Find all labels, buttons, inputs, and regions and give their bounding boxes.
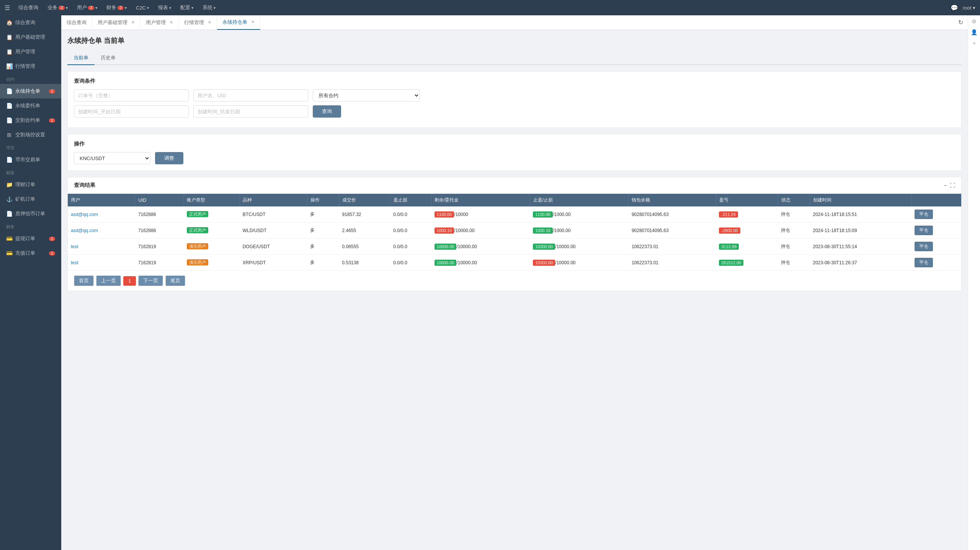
menu-icon[interactable]: ☰ [5, 4, 10, 11]
nav-item-报表[interactable]: 报表 ▾ [154, 0, 175, 15]
chat-icon[interactable]: 💬 [951, 4, 958, 11]
tab-bar: 综合查询 用户基础管理 ✕ 用户管理 ✕ 行情管理 ✕ 永续持仓单 ✕ ↻ [61, 15, 968, 30]
prev-page-button[interactable]: 上一页 [96, 275, 121, 286]
cell-uid: 7162819 [135, 255, 184, 271]
remaining-badge: 10000.00 [434, 244, 457, 250]
tab-close-用户基础管理[interactable]: ✕ [131, 20, 135, 25]
user-link[interactable]: asd@qq.com [71, 228, 98, 233]
cell-stop-profit-loss: 0.0/0.0 [390, 223, 431, 239]
anchor-icon: ⚓ [6, 196, 12, 202]
cell-account-type: 演示用户 [184, 239, 240, 255]
pagination: 首页 上一页 1 下一页 尾页 [68, 271, 961, 291]
sidebar-item-质押信币订单[interactable]: 📄 质押信币订单 [0, 206, 61, 221]
nav-item-用户[interactable]: 用户 3 ▾ [73, 0, 101, 15]
cell-stop-value: 1100.00/1000.00 [530, 206, 629, 223]
sidebar-item-行情管理[interactable]: 📊 行情管理 [0, 59, 61, 74]
nav-item-配置[interactable]: 配置 ▾ [176, 0, 197, 15]
sidebar-item-理财订单[interactable]: 📁 理财订单 [0, 177, 61, 192]
sub-tab-历史单[interactable]: 历史单 [95, 51, 122, 65]
user-uid-input[interactable] [193, 89, 308, 101]
file-icon: 📄 [6, 88, 12, 94]
refresh-button[interactable]: ↻ [958, 19, 963, 26]
nav-item-系统[interactable]: 系统 ▾ [199, 0, 219, 15]
user-link[interactable]: asd@qq.com [71, 212, 98, 217]
sidebar-item-币市交易单[interactable]: 📄 币市交易单 [0, 152, 61, 167]
order-no-input[interactable] [74, 89, 189, 101]
cell-pnl: 3112.09 [716, 239, 778, 255]
settings-icon[interactable]: ⚙ [972, 18, 977, 25]
folder-icon: 📁 [6, 182, 12, 188]
sidebar-item-综合查询[interactable]: 🏠 综合查询 [0, 15, 61, 30]
card-icon2: 💳 [6, 250, 12, 256]
sidebar-item-永续委托单[interactable]: 📄 永续委托单 [0, 98, 61, 113]
cell-user: asd@qq.com [68, 206, 135, 223]
query-row-1: 所有合约 BTC/USDT WLD/USDT DOGE/USDT XRP/USD… [74, 89, 955, 101]
cell-status: 持仓 [778, 223, 810, 239]
current-page-button[interactable]: 1 [123, 276, 136, 286]
contract-select[interactable]: 所有合约 BTC/USDT WLD/USDT DOGE/USDT XRP/USD… [313, 89, 420, 101]
sidebar-item-充值订单[interactable]: 💳 充值订单 1 [0, 246, 61, 260]
cell-pnl: -2800.00 [716, 223, 778, 239]
account-type-badge: 演示用户 [187, 243, 208, 249]
sidebar-item-永续持仓单[interactable]: 📄 永续持仓单 2 [0, 84, 61, 98]
user-menu[interactable]: root ▾ [963, 5, 975, 11]
sidebar-item-矿机订单[interactable]: ⚓ 矿机订单 [0, 192, 61, 206]
cell-created-at: 2023-08-30T11:55:14 [810, 239, 911, 255]
tab-close-永续持仓单[interactable]: ✕ [251, 20, 255, 25]
end-date-input[interactable] [193, 105, 308, 118]
cell-trade-price: 2.4655 [339, 223, 390, 239]
account-type-badge: 正式用户 [187, 227, 208, 233]
close-position-button[interactable]: 平仓 [915, 226, 933, 235]
ops-contract-select[interactable]: KNC/USDT BTC/USDT WLD/USDT DOGE/USDT XRP… [74, 152, 150, 164]
pnl-badge: -2800.00 [719, 228, 740, 234]
plus-icon[interactable]: ＋ [972, 40, 977, 47]
tab-行情管理[interactable]: 行情管理 ✕ [179, 15, 217, 30]
sidebar-item-交割合约单[interactable]: 📄 交割合约单 1 [0, 113, 61, 128]
tab-用户管理[interactable]: 用户管理 ✕ [140, 15, 179, 30]
cell-action: 平仓 [911, 206, 961, 223]
nav-item-财务[interactable]: 财务 2 ▾ [103, 0, 131, 15]
cell-variety: DOGE/USDT [240, 239, 307, 255]
close-position-button[interactable]: 平仓 [915, 210, 933, 219]
cell-action: 平仓 [911, 223, 961, 239]
file-icon2: 📄 [6, 103, 12, 109]
cell-status: 持仓 [778, 239, 810, 255]
cell-user: test [68, 255, 135, 271]
sub-tab-当前单[interactable]: 当前单 [67, 51, 95, 65]
user-link[interactable]: test [71, 260, 78, 265]
sidebar-section-币市: 币市 [0, 142, 61, 152]
grid-icon: ⊞ [6, 132, 12, 138]
expand-icon[interactable]: ⛶ [950, 182, 955, 188]
sidebar-section-财务: 财务 [0, 221, 61, 231]
cell-remaining: 1000.10/10000.00 [431, 223, 530, 239]
sidebar-item-用户基础管理[interactable]: 📋 用户基础管理 [0, 30, 61, 44]
query-button[interactable]: 查询 [313, 105, 341, 118]
tab-close-行情管理[interactable]: ✕ [208, 20, 211, 25]
next-page-button[interactable]: 下一页 [138, 275, 163, 286]
tab-close-用户管理[interactable]: ✕ [170, 20, 173, 25]
tab-综合查询[interactable]: 综合查询 [61, 15, 92, 30]
sidebar-item-提现订单[interactable]: 💳 提现订单 1 [0, 231, 61, 246]
user-link[interactable]: test [71, 244, 78, 249]
col-action [911, 194, 961, 206]
adjust-button[interactable]: 调整 [155, 152, 183, 164]
tab-用户基础管理[interactable]: 用户基础管理 ✕ [92, 15, 140, 30]
tab-永续持仓单[interactable]: 永续持仓单 ✕ [217, 15, 260, 30]
close-position-button[interactable]: 平仓 [915, 258, 933, 267]
sidebar-item-交割场控设置[interactable]: ⊞ 交割场控设置 [0, 128, 61, 142]
close-position-button[interactable]: 平仓 [915, 242, 933, 251]
sidebar-item-用户管理[interactable]: 📋 用户管理 [0, 44, 61, 59]
nav-item-业务[interactable]: 业务 3 ▾ [44, 0, 72, 15]
user-icon[interactable]: 👤 [971, 29, 977, 35]
first-page-button[interactable]: 首页 [74, 275, 94, 286]
start-date-input[interactable] [74, 105, 189, 118]
last-page-button[interactable]: 尾页 [165, 275, 185, 286]
results-actions: − ⛶ [944, 182, 955, 188]
col-uid: UID [135, 194, 184, 206]
minimize-icon[interactable]: − [944, 182, 947, 188]
nav-item-c2c[interactable]: C2C ▾ [132, 0, 153, 15]
nav-item-综合查询[interactable]: 综合查询 [15, 0, 42, 15]
remaining-badge: 10000.00 [434, 260, 457, 266]
cell-stop-value: 10000.00/10000.00 [530, 239, 629, 255]
file-icon5: 📄 [6, 211, 12, 217]
